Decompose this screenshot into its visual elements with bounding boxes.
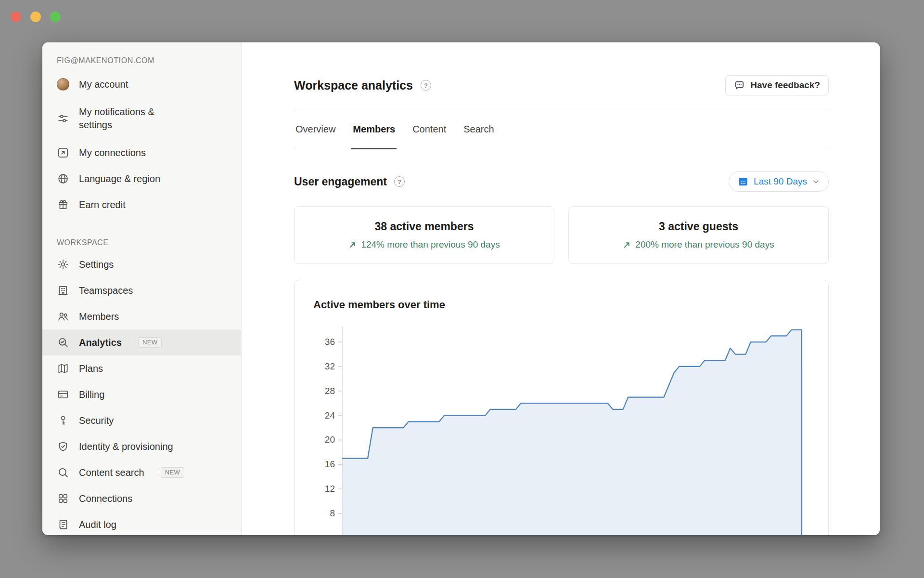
sidebar-item-label: Security bbox=[79, 414, 114, 427]
sidebar-item-label: Settings bbox=[79, 258, 114, 271]
search-icon bbox=[57, 466, 69, 479]
sidebar-item-label: Plans bbox=[79, 362, 103, 375]
active-members-value: 38 active members bbox=[375, 220, 474, 233]
delta-text: 124% more than previous 90 days bbox=[361, 239, 500, 250]
people-icon bbox=[57, 310, 69, 323]
sidebar-item-label: Billing bbox=[79, 388, 104, 401]
map-icon bbox=[57, 362, 69, 375]
minimize-button[interactable] bbox=[30, 12, 41, 22]
sidebar-item-label: My account bbox=[79, 78, 128, 91]
user-engagement-title: User engagement bbox=[294, 175, 387, 188]
sidebar-item-label: Connections bbox=[79, 492, 132, 505]
trend-up-icon bbox=[348, 241, 357, 249]
sidebar-item-my-account[interactable]: My account bbox=[42, 71, 241, 97]
sidebar-item-content-search[interactable]: Content search NEW bbox=[42, 460, 241, 486]
sidebar-item-my-notifications-settings[interactable]: My notifications & settings bbox=[42, 97, 241, 140]
arrow-up-right-icon bbox=[57, 146, 69, 159]
sidebar-item-my-connections[interactable]: My connections bbox=[42, 140, 241, 166]
active-members-card: 38 active members 124% more than previou… bbox=[294, 206, 554, 264]
sidebar-item-label: Content search bbox=[79, 466, 144, 479]
chart-area-fill bbox=[342, 330, 802, 535]
have-feedback-button[interactable]: Have feedback? bbox=[725, 75, 829, 95]
sidebar-item-security[interactable]: Security bbox=[42, 407, 241, 434]
stat-cards: 38 active members 124% more than previou… bbox=[294, 206, 829, 264]
sidebar-item-label: Audit log bbox=[79, 518, 116, 531]
tab-content[interactable]: Content bbox=[411, 109, 448, 149]
sidebar-item-members[interactable]: Members bbox=[42, 303, 241, 329]
trend-up-icon bbox=[623, 241, 631, 249]
sidebar-item-plans[interactable]: Plans bbox=[42, 355, 241, 381]
sidebar-item-settings[interactable]: Settings bbox=[42, 251, 241, 277]
sidebar-item-teamspaces[interactable]: Teamspaces bbox=[42, 277, 241, 303]
zoom-button[interactable] bbox=[50, 12, 61, 22]
analytics-main-panel: Workspace analytics ? Have feedback? Ove… bbox=[242, 42, 880, 535]
close-button[interactable] bbox=[11, 12, 21, 22]
tab-search[interactable]: Search bbox=[462, 109, 495, 149]
sidebar-item-label: Analytics bbox=[79, 336, 122, 349]
sidebar-item-analytics[interactable]: Analytics NEW bbox=[42, 329, 241, 355]
new-badge: NEW bbox=[138, 337, 162, 348]
active-guests-value: 3 active guests bbox=[659, 220, 738, 233]
sidebar-item-identity-provisioning[interactable]: Identity & provisioning bbox=[42, 434, 241, 460]
calendar-icon bbox=[738, 176, 748, 187]
gift-icon bbox=[57, 198, 69, 211]
active-guests-delta: 200% more than previous 90 days bbox=[623, 239, 774, 250]
sidebar-item-label: Language & region bbox=[79, 172, 160, 185]
new-badge: NEW bbox=[161, 467, 185, 478]
chart-title: Active members over time bbox=[313, 299, 445, 311]
shield-check-icon bbox=[57, 440, 69, 453]
window-controls bbox=[11, 12, 61, 22]
audit-log-icon bbox=[57, 518, 69, 531]
date-range-label: Last 90 Days bbox=[754, 176, 807, 187]
active-guests-card: 3 active guests 200% more than previous … bbox=[568, 206, 829, 264]
sidebar-item-audit-log[interactable]: Audit log bbox=[42, 512, 241, 535]
date-range-selector[interactable]: Last 90 Days bbox=[729, 171, 829, 192]
sidebar-item-language-region[interactable]: Language & region bbox=[42, 166, 241, 192]
settings-sidebar: FIG@MAKENOTION.COM My account My notific… bbox=[42, 42, 242, 535]
credit-card-icon bbox=[57, 388, 69, 401]
grid-icon bbox=[57, 492, 69, 505]
sliders-icon bbox=[57, 112, 69, 125]
chat-bubble-icon bbox=[734, 80, 745, 91]
key-icon bbox=[57, 414, 69, 427]
have-feedback-label: Have feedback? bbox=[750, 80, 820, 91]
active-members-chart-card: Active members over time 812162024283236 bbox=[294, 280, 829, 535]
user-engagement-header: User engagement ? Last 90 bbox=[294, 171, 829, 192]
tab-members[interactable]: Members bbox=[351, 109, 397, 149]
account-email: FIG@MAKENOTION.COM bbox=[42, 56, 241, 66]
page-title: Workspace analytics bbox=[294, 79, 413, 92]
analytics-tabs: Overview Members Content Search bbox=[294, 109, 829, 149]
delta-text: 200% more than previous 90 days bbox=[635, 239, 774, 250]
page-header: Workspace analytics ? Have feedback? bbox=[294, 75, 829, 95]
sidebar-item-label: My connections bbox=[79, 146, 146, 159]
sidebar-item-label: Identity & provisioning bbox=[79, 440, 173, 453]
sidebar-item-label: My notifications & settings bbox=[79, 105, 168, 131]
building-icon bbox=[57, 284, 69, 297]
members-chart-svg bbox=[295, 280, 829, 535]
sidebar-item-connections[interactable]: Connections bbox=[42, 486, 241, 512]
sidebar-item-label: Teamspaces bbox=[79, 284, 133, 297]
chevron-down-icon bbox=[812, 178, 820, 185]
sidebar-item-label: Earn credit bbox=[79, 198, 126, 211]
tab-overview[interactable]: Overview bbox=[294, 109, 337, 149]
sidebar-item-billing[interactable]: Billing bbox=[42, 381, 241, 407]
globe-icon bbox=[57, 172, 69, 185]
sidebar-item-earn-credit[interactable]: Earn credit bbox=[42, 192, 241, 218]
sidebar-item-label: Members bbox=[79, 310, 119, 323]
active-members-delta: 124% more than previous 90 days bbox=[348, 239, 500, 250]
help-icon[interactable]: ? bbox=[421, 80, 431, 91]
settings-window: FIG@MAKENOTION.COM My account My notific… bbox=[42, 42, 880, 535]
avatar bbox=[57, 78, 69, 91]
gear-icon bbox=[57, 258, 69, 271]
help-icon[interactable]: ? bbox=[394, 176, 405, 187]
analytics-search-icon bbox=[57, 336, 69, 349]
workspace-section-label: WORKSPACE bbox=[42, 238, 241, 248]
